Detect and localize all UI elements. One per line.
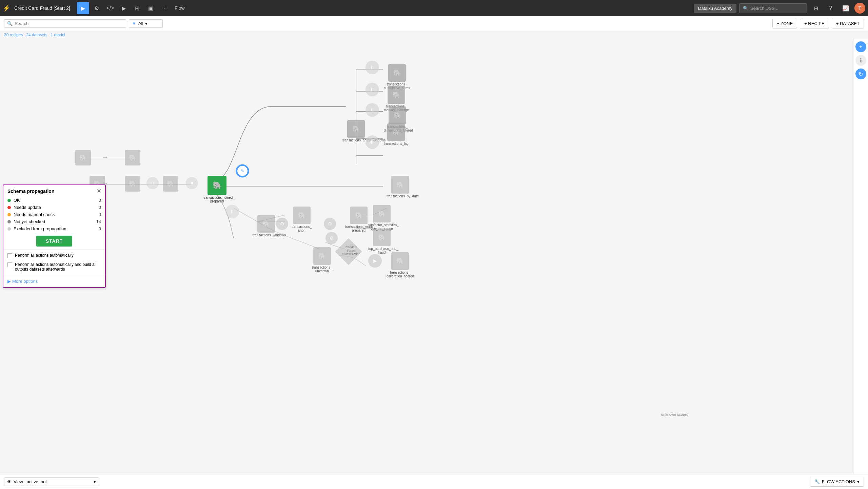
flow-icon[interactable]: ▶ [77,2,89,14]
sidebar-plus-icon[interactable]: + [855,41,866,52]
notifications-icon[interactable]: 📈 [840,2,852,14]
gear-circle-3[interactable]: ⚙ [326,232,338,244]
gray-node-by-date[interactable]: 🐘 transactions_by_date [387,176,414,198]
sidebar-sync-icon[interactable]: ↻ [855,69,866,79]
chevron-right-icon: ▶ [7,279,11,284]
more-options-button[interactable]: ▶ More options [3,277,105,287]
schema-needs-update-row: Needs update 0 [3,204,105,211]
filter-chevron: ▾ [145,21,147,26]
add-dataset-button[interactable]: + DATASET [832,19,864,28]
datasets-link[interactable]: 24 datasets [26,33,47,37]
schema-needs-manual-row: Needs manual check 0 [3,211,105,218]
not-yet-label: Not yet checked [14,219,45,224]
schema-panel-close-button[interactable]: ✕ [97,189,101,194]
right-sidebar: + ℹ ↻ [853,39,868,477]
view-label: View : active tool [14,479,46,484]
auto-build-label: Perform all actions automatically and bu… [15,262,101,272]
schema-divider-2 [3,275,105,275]
pause-circle-top-2[interactable]: ⏸ [366,83,379,96]
flow-actions-label: FLOW ACTIONS [822,479,855,484]
blue-connector[interactable]: ✎ [236,165,249,177]
gray-node-right-1[interactable]: 🐘 subfactor_statistics_yps_the_range [368,205,395,231]
pause-circle-top-4[interactable]: ⏸ [366,135,379,149]
flow-actions-button[interactable]: 🔧 FLOW ACTIONS ▾ [810,477,864,487]
breadcrumb: 20 recipes 24 datasets 1 model [0,31,868,39]
node-left-2[interactable]: 🐘 [125,150,140,165]
add-zone-button[interactable]: + ZONE [772,19,797,28]
needs-update-dot [7,206,11,209]
main-green-node[interactable]: 🐘 transactions_joined_prepared [203,176,231,203]
secondary-toolbar: 🔍 ▼ All ▾ + ZONE + RECIPE + DATASET [0,16,868,31]
view-dropdown[interactable]: 👁 View : active tool ▾ [4,477,99,486]
auto-checkbox[interactable] [7,253,12,258]
more-icon[interactable]: ··· [158,2,171,14]
app-logo: ⚡ [3,4,10,12]
flow-search-input[interactable] [15,21,123,26]
schema-divider-1 [3,249,105,250]
node-left-lower-3[interactable]: 🐘 [163,176,178,192]
unknown-scored-label: unknown scored [661,412,688,416]
search-placeholder: Search DSS... [750,6,778,11]
gray-node-score[interactable]: ▶ [368,254,382,268]
auto-option: Perform all actions automatically [3,251,105,260]
schema-propagation-panel: Schema propagation ✕ OK 0 Needs update 0… [3,184,106,288]
bottom-bar: 👁 View : active tool ▾ 🔧 FLOW ACTIONS ▾ [0,474,868,489]
gray-node-bottom-1[interactable]: 🐘 transactions_unknown [312,247,332,273]
auto-build-checkbox[interactable] [7,262,12,267]
filter-label: All [138,21,143,26]
pause-circle-top-1[interactable]: ⏸ [366,61,379,74]
gear-circle-1[interactable]: ⚙ [276,218,288,230]
node-arrow-1: → [102,153,108,161]
schema-panel-title: Schema propagation [7,189,54,194]
code-icon[interactable]: </> [104,2,116,14]
needs-manual-count: 0 [99,212,101,217]
flow-actions-chevron: ▾ [857,479,860,484]
pause-circle-top-3[interactable]: ⏸ [366,103,379,117]
sidebar-info-icon[interactable]: ℹ [855,55,866,66]
needs-manual-dot [7,213,11,216]
needs-update-count: 0 [99,205,101,210]
dashboard-icon[interactable]: ▣ [145,2,157,14]
node-circle-2[interactable]: ⏸ [186,177,198,189]
gray-node-right-2[interactable]: 🐘 top_purchase_and_fraud [368,229,395,254]
pause-mid[interactable]: ⏸ [225,205,239,218]
gray-node-4[interactable]: 🐘 transactions_lag [384,123,409,145]
main-canvas-area: 🐘 → 🐘 🐘 → 🐘 ⏸ 🐘 ⏸ 🐘 transac [0,39,868,477]
schema-not-yet-row: Not yet checked 14 [3,218,105,225]
topbar-right: Dataiku Academy 🔍 Search DSS... ⊞ ? 📈 T [694,2,865,14]
help-icon[interactable]: ? [825,2,837,14]
gear-circle-2[interactable]: ⚙ [324,218,336,230]
needs-update-label: Needs update [14,205,41,210]
recipes-link[interactable]: 20 recipes [4,33,23,37]
academy-button[interactable]: Dataiku Academy [694,4,736,13]
schema-panel-header: Schema propagation ✕ [3,185,105,197]
excluded-dot [7,227,11,231]
gray-node-windows[interactable]: 🐘 transactions_windows [253,215,280,237]
project-title: Credit Card Fraud [Start 2] [14,5,70,11]
run-icon[interactable]: ▶ [118,2,130,14]
unknown-scored-area: unknown scored [661,412,688,417]
schema-ok-row: OK 0 [3,197,105,204]
more-options-label: More options [12,279,38,284]
gray-node-scored[interactable]: 🐘 transactions_calibration_scored [387,252,414,278]
filter-dropdown[interactable]: ▼ All ▾ [129,19,163,28]
start-button[interactable]: START [36,236,73,247]
user-avatar[interactable]: T [854,3,865,14]
flow-svg [0,39,868,477]
flow-search-box[interactable]: 🔍 [4,19,126,28]
deploy-icon[interactable]: ⊞ [131,2,143,14]
node-left-lower-2[interactable]: 🐘 [125,176,140,192]
flow-label: Flow [175,5,185,11]
models-link[interactable]: 1 model [51,33,65,37]
settings-icon[interactable]: ⚙ [91,2,103,14]
dss-search[interactable]: 🔍 Search DSS... [739,3,807,13]
toolbar-right-buttons: + ZONE + RECIPE + DATASET [772,19,864,28]
eye-icon: 👁 [7,479,12,484]
grid-icon[interactable]: ⊞ [810,2,822,14]
node-left-1[interactable]: 🐘 [75,150,91,165]
schema-excluded-row: Excluded from propagation 0 [3,225,105,232]
node-circle-1[interactable]: ⏸ [146,177,159,189]
flow-search-icon: 🔍 [7,21,13,26]
add-recipe-button[interactable]: + RECIPE [800,19,829,28]
gray-node-mid-1[interactable]: 🐘 transactions_anon [292,207,312,232]
